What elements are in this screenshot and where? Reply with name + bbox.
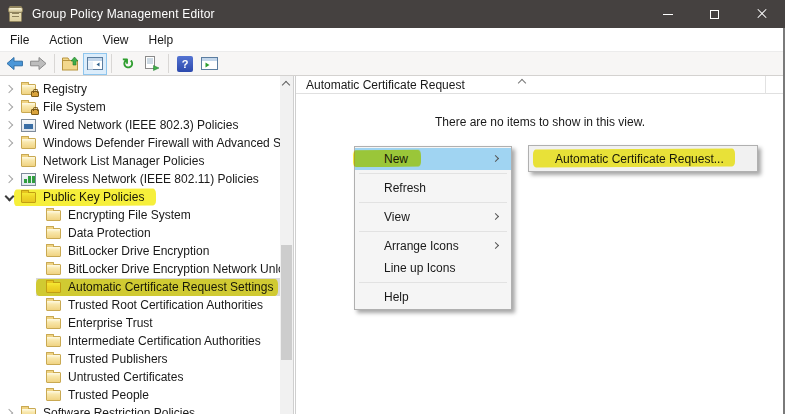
submenu-arrow-icon [493, 214, 499, 220]
console-tree-panel: Registry File System Wired Network (IEEE… [0, 76, 294, 414]
tree-item-trusted-publishers[interactable]: Trusted Publishers [0, 350, 280, 368]
tree-item-encrypting-file-system[interactable]: Encrypting File System [0, 206, 280, 224]
parent-folder-icon [62, 56, 80, 71]
folder-icon [46, 371, 62, 384]
help-button[interactable]: ? [173, 53, 197, 75]
empty-view-message: There are no items to show in this view. [296, 115, 784, 129]
context-menu-item-help[interactable]: Help [355, 286, 511, 308]
wired-network-icon [21, 119, 37, 132]
tree-item-enterprise-trust[interactable]: Enterprise Trust [0, 314, 280, 332]
folder-icon [46, 245, 62, 258]
folder-icon [46, 209, 62, 222]
refresh-button[interactable]: ↻ [116, 53, 140, 75]
column-divider[interactable] [765, 76, 766, 94]
expander-spacer [4, 155, 14, 167]
toolbar-separator [168, 54, 169, 73]
context-menu-item-line-up-icons[interactable]: Line up Icons [355, 257, 511, 279]
up-one-level-button[interactable] [59, 53, 83, 75]
folder-icon [21, 137, 37, 150]
folder-icon [21, 407, 37, 414]
titlebar: Group Policy Management Editor [0, 0, 785, 28]
menu-separator [359, 231, 507, 232]
context-menu-item-arrange-icons[interactable]: Arrange Icons [355, 235, 511, 257]
folder-icon [46, 299, 62, 312]
collapse-chevron-icon[interactable] [4, 191, 14, 203]
menu-item-label: New [384, 152, 408, 166]
toolbar-separator [54, 54, 55, 73]
tree-item-intermediate-certification-authorities[interactable]: Intermediate Certification Authorities [0, 332, 280, 350]
app-scroll-icon [9, 6, 22, 22]
expand-chevron-icon[interactable] [4, 119, 14, 131]
new-submenu: Automatic Certificate Request... [528, 145, 758, 172]
show-console-tree-button[interactable] [83, 53, 107, 75]
minimize-button[interactable] [644, 0, 691, 28]
expand-chevron-icon[interactable] [4, 173, 14, 185]
tree-item-public-key-policies[interactable]: Public Key Policies [0, 188, 280, 206]
folder-icon [46, 353, 62, 366]
maximize-button[interactable] [691, 0, 738, 28]
tree-item-registry[interactable]: Registry [0, 80, 280, 98]
window-title: Group Policy Management Editor [32, 7, 215, 21]
column-header-label: Automatic Certificate Request [306, 78, 465, 92]
folder-lock-icon [21, 83, 37, 96]
folder-icon [21, 191, 37, 204]
expand-chevron-icon[interactable] [4, 83, 14, 95]
minimize-icon [663, 14, 673, 15]
context-menu: New Refresh View Arrange Icons Line up I… [354, 146, 512, 310]
new-window-icon [201, 57, 218, 70]
menu-view[interactable]: View [93, 30, 139, 50]
forward-button[interactable] [26, 53, 50, 75]
menu-file[interactable]: File [0, 30, 39, 50]
tree-item-bitlocker-network-unlock[interactable]: BitLocker Drive Encryption Network Unlo [0, 260, 280, 278]
tree-scrollbar[interactable] [280, 76, 293, 414]
export-list-icon [144, 56, 160, 71]
folder-lock-icon [21, 101, 37, 114]
folder-icon [46, 263, 62, 276]
context-menu-item-refresh[interactable]: Refresh [355, 177, 511, 199]
back-button[interactable] [2, 53, 26, 75]
refresh-icon: ↻ [122, 56, 135, 71]
tree-item-software-restriction-policies[interactable]: Software Restriction Policies [0, 404, 280, 414]
submenu-item-automatic-certificate-request[interactable]: Automatic Certificate Request... [529, 146, 757, 171]
expand-chevron-icon[interactable] [4, 407, 14, 414]
tree-item-windows-defender-firewall[interactable]: Windows Defender Firewall with Advanced … [0, 134, 280, 152]
sort-ascending-icon [518, 78, 526, 84]
console-tree-icon [87, 57, 103, 70]
menu-item-label: Arrange Icons [384, 239, 459, 253]
context-menu-item-new[interactable]: New [355, 148, 511, 170]
group-policy-editor-window: Group Policy Management Editor File Acti… [0, 0, 785, 414]
folder-icon [46, 317, 62, 330]
tree-item-network-list-manager-policies[interactable]: Network List Manager Policies [0, 152, 280, 170]
scroll-up-arrow-icon[interactable] [280, 76, 293, 91]
tree-item-wireless-network-policies[interactable]: Wireless Network (IEEE 802.11) Policies [0, 170, 280, 188]
tree-item-trusted-root-certification-authorities[interactable]: Trusted Root Certification Authorities [0, 296, 280, 314]
tree-item-wired-network-policies[interactable]: Wired Network (IEEE 802.3) Policies [0, 116, 280, 134]
column-header[interactable]: Automatic Certificate Request [296, 76, 784, 94]
toolbar: ↻ ? [0, 51, 783, 76]
menu-separator [359, 282, 507, 283]
tree-item-bitlocker-drive-encryption[interactable]: BitLocker Drive Encryption [0, 242, 280, 260]
folder-icon [46, 335, 62, 348]
menu-action[interactable]: Action [39, 30, 92, 50]
menu-item-label: Help [384, 290, 409, 304]
export-list-button[interactable] [140, 53, 164, 75]
maximize-icon [710, 10, 719, 19]
menu-separator [359, 202, 507, 203]
scrollbar-thumb[interactable] [281, 245, 292, 360]
tree-item-data-protection[interactable]: Data Protection [0, 224, 280, 242]
new-window-button[interactable] [197, 53, 221, 75]
tree-item-untrusted-certificates[interactable]: Untrusted Certificates [0, 368, 280, 386]
menu-item-label: View [384, 210, 410, 224]
submenu-arrow-icon [493, 243, 499, 249]
tree-item-trusted-people[interactable]: Trusted People [0, 386, 280, 404]
expand-chevron-icon[interactable] [4, 101, 14, 113]
context-menu-item-view[interactable]: View [355, 206, 511, 228]
tree-item-automatic-certificate-request-settings[interactable]: Automatic Certificate Request Settings [0, 278, 280, 296]
caption-controls [644, 0, 785, 28]
menu-item-label: Refresh [384, 181, 426, 195]
menu-help[interactable]: Help [139, 30, 184, 50]
close-button[interactable] [738, 0, 785, 28]
tree-item-file-system[interactable]: File System [0, 98, 280, 116]
menu-separator [359, 173, 507, 174]
expand-chevron-icon[interactable] [4, 137, 14, 149]
